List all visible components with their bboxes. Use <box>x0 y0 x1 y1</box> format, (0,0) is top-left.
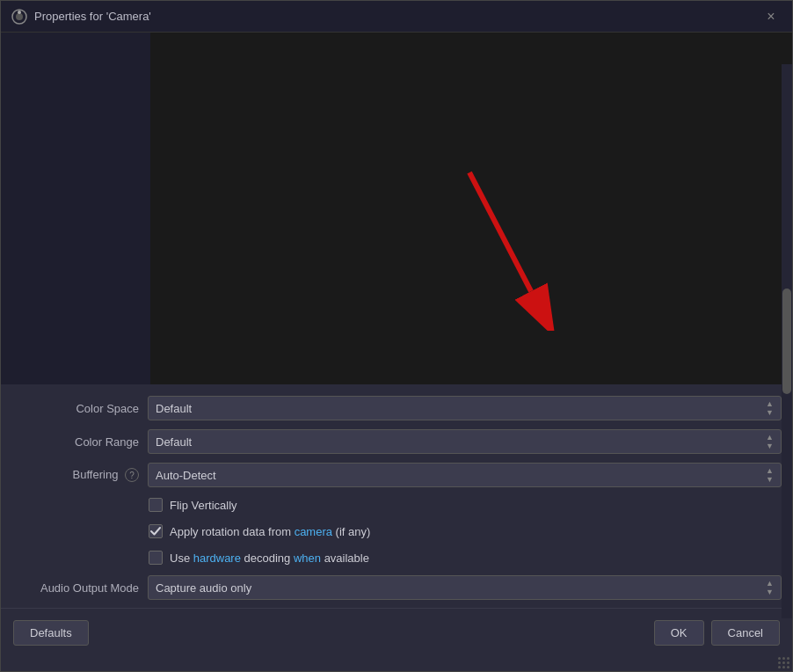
arrow-annotation <box>443 155 584 333</box>
svg-point-2 <box>18 11 21 14</box>
color-space-row: Color Space Default ▲ ▼ <box>1 391 792 425</box>
hardware-decoding-checkbox[interactable] <box>149 551 163 565</box>
defaults-button[interactable]: Defaults <box>13 620 89 646</box>
svg-line-4 <box>469 172 531 291</box>
color-space-select[interactable]: Default ▲ ▼ <box>148 396 782 420</box>
cancel-button[interactable]: Cancel <box>711 620 780 646</box>
hardware-decoding-label: Use hardware decoding when available <box>170 551 369 565</box>
buffering-label: Buffering ? <box>11 468 148 483</box>
dialog-properties: Properties for 'Camera' × <box>0 0 793 672</box>
flip-vertically-row: Flip Vertically <box>1 492 792 518</box>
flip-vertically-label: Flip Vertically <box>170 499 237 512</box>
settings-area: Color Space Default ▲ ▼ Color Range <box>1 384 792 608</box>
svg-point-1 <box>16 13 23 20</box>
bottom-bar: Defaults OK Cancel <box>1 608 792 657</box>
right-buttons: OK Cancel <box>654 620 780 646</box>
buffering-select[interactable]: Auto-Detect ▲ ▼ <box>148 463 782 487</box>
apply-rotation-checkbox[interactable] <box>149 524 163 538</box>
scroll-thumb[interactable] <box>782 289 791 394</box>
apply-rotation-label: Apply rotation data from camera (if any) <box>170 525 370 538</box>
main-content: Color Space Default ▲ ▼ Color Range <box>1 33 792 671</box>
color-range-value: Default <box>156 435 766 449</box>
audio-output-value: Capture audio only <box>156 581 766 595</box>
resize-handle[interactable] <box>778 657 789 668</box>
color-space-label: Color Space <box>11 402 148 415</box>
color-space-value: Default <box>156 402 766 415</box>
buffering-help-icon[interactable]: ? <box>125 468 139 482</box>
scrollbar[interactable] <box>782 64 792 618</box>
hardware-decoding-row: Use hardware decoding when available <box>1 544 792 571</box>
apply-rotation-row: Apply rotation data from camera (if any) <box>1 518 792 544</box>
preview-container <box>1 33 792 384</box>
audio-output-arrows: ▲ ▼ <box>766 580 774 596</box>
color-space-arrows: ▲ ▼ <box>766 400 774 417</box>
preview-left-space <box>1 33 150 384</box>
ok-button[interactable]: OK <box>654 620 704 646</box>
obs-icon <box>11 9 27 25</box>
camera-preview <box>150 33 792 384</box>
color-range-label: Color Range <box>11 435 148 449</box>
color-range-row: Color Range Default ▲ ▼ <box>1 425 792 458</box>
color-range-arrows: ▲ ▼ <box>766 434 774 450</box>
dialog-title: Properties for 'Camera' <box>34 10 151 23</box>
buffering-row: Buffering ? Auto-Detect ▲ ▼ <box>1 458 792 492</box>
color-range-select[interactable]: Default ▲ ▼ <box>148 429 782 454</box>
audio-output-select[interactable]: Capture audio only ▲ ▼ <box>148 575 782 600</box>
title-bar: Properties for 'Camera' × <box>1 1 792 33</box>
audio-output-label: Audio Output Mode <box>11 581 148 595</box>
buffering-arrows: ▲ ▼ <box>766 467 774 484</box>
close-button[interactable]: × <box>760 6 782 27</box>
buffering-value: Auto-Detect <box>156 469 766 482</box>
audio-output-row: Audio Output Mode Capture audio only ▲ ▼ <box>1 571 792 604</box>
checkmark-icon <box>150 527 161 536</box>
flip-vertically-checkbox[interactable] <box>149 498 163 512</box>
